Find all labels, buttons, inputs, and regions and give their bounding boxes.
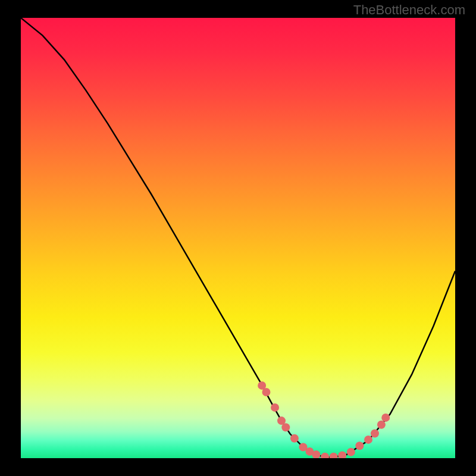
marker-dot — [281, 423, 290, 431]
marker-dot — [338, 452, 346, 458]
chart-svg — [21, 18, 455, 458]
marker-dot — [321, 453, 329, 458]
chart-plot-area — [21, 18, 455, 458]
marker-dot — [381, 414, 390, 422]
marker-dot — [347, 448, 355, 456]
marker-dot — [271, 403, 279, 412]
marker-dot — [262, 388, 270, 396]
marker-dot — [355, 441, 364, 450]
bottleneck-curve-line — [21, 18, 455, 458]
marker-dot — [364, 436, 372, 444]
watermark-text: TheBottleneck.com — [353, 2, 465, 18]
marker-dot — [377, 421, 386, 429]
marker-dot — [330, 453, 338, 458]
marker-dot — [371, 430, 379, 438]
marker-dot — [290, 434, 299, 443]
marker-dots-group — [258, 381, 390, 458]
